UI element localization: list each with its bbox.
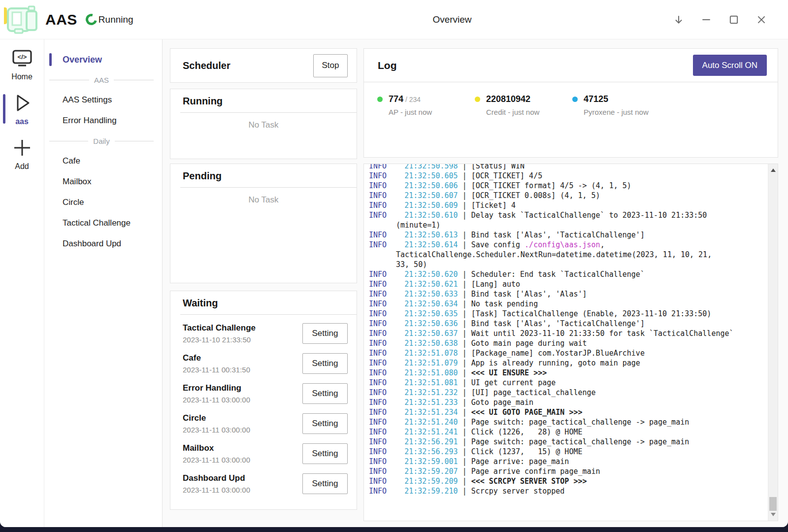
waiting-task-next-run: 2023-11-11 03:00:00 [183, 396, 302, 404]
waiting-card: Waiting Tactical Challenge 2023-11-10 21… [170, 291, 357, 510]
divider-line [49, 80, 89, 80]
running-card: Running No Task [170, 89, 357, 159]
sidebar-item-label: Dashboard Upd [63, 239, 121, 248]
download-arrow-icon [673, 14, 684, 25]
minimize-button[interactable] [692, 0, 720, 39]
log-line: INFO 21:32:51.078 | [Package_name] com.Y… [369, 348, 765, 358]
log-line: INFO 21:32:51.233 | Goto page_main [369, 398, 765, 407]
task-setting-button[interactable]: Setting [302, 443, 348, 464]
close-button[interactable] [748, 0, 775, 39]
resource-stat: 220810942 Credit - just now [475, 94, 572, 116]
log-line: INFO 21:32:50.621 | [Lang] auto [369, 279, 765, 289]
waiting-task-dashboard-upd: Dashboard Upd 2023-11-11 03:00:00 Settin… [170, 468, 357, 499]
auto-scroll-toggle[interactable]: Auto Scroll ON [693, 55, 767, 76]
log-line: INFO 21:32:50.614 | Save config ./config… [369, 240, 765, 269]
waiting-task-name: Circle [183, 413, 302, 423]
log-text-area[interactable]: INFO 21:32:50.598 | [Status] WININFO 21:… [364, 164, 768, 521]
sidebar-item-dashboard-upd[interactable]: Dashboard Upd [44, 233, 162, 254]
stat-color-dot-icon [377, 97, 383, 102]
stat-label: AP - just now [389, 108, 432, 116]
scrollbar-thumb[interactable] [769, 497, 777, 511]
log-line: INFO 21:32:50.633 | Bind task ['Alas', '… [369, 289, 765, 299]
log-line: INFO 21:32:50.637 | Wait until 2023-11-1… [369, 329, 765, 338]
waiting-task-next-run: 2023-11-11 03:00:00 [183, 486, 302, 494]
log-line: INFO 21:32:51.234 | <<< UI GOTO PAGE_MAI… [369, 407, 765, 417]
sidebar-item-circle[interactable]: Circle [44, 192, 162, 213]
log-line: INFO 21:32:50.606 | [OCR_TICKET format] … [369, 181, 765, 191]
log-line: INFO 21:32:59.209 | <<< SCRCPY SERVER ST… [369, 476, 765, 486]
waiting-task-list: Tactical Challenge 2023-11-10 21:33:50 S… [170, 315, 357, 499]
sidebar-item-overview[interactable]: Overview [44, 49, 162, 70]
waiting-task-next-run: 2023-11-11 03:00:00 [183, 426, 302, 434]
sidebar: Overview AAS AAS Settings Error Handling… [44, 39, 163, 527]
sidebar-item-cafe[interactable]: Cafe [44, 151, 162, 171]
sidebar-item-error-handling[interactable]: Error Handling [44, 110, 162, 131]
log-line: INFO 21:32:50.613 | Bind task ['Alas', '… [369, 230, 765, 240]
sidebar-item-label: Mailbox [63, 177, 92, 186]
rail-item-home[interactable]: </> Home [0, 49, 44, 81]
svg-text:</>: </> [17, 53, 27, 61]
waiting-title: Waiting [183, 298, 218, 308]
log-line: INFO 21:32:51.081 | UI get current page [369, 378, 765, 388]
stat-label: Credit - just now [486, 108, 539, 116]
sidebar-section-label: Daily [93, 137, 109, 145]
resource-stats-row: 774 / 234 AP - just now 220810942 Credit… [364, 82, 778, 116]
task-setting-button[interactable]: Setting [302, 383, 348, 404]
close-icon [756, 14, 767, 25]
log-line: INFO 21:32:59.210 | Scrcpy server stoppe… [369, 486, 765, 496]
task-setting-button[interactable]: Setting [302, 323, 348, 344]
pending-card: Pending No Task [170, 164, 357, 283]
stat-suffix: / 234 [403, 96, 421, 103]
scrollbar-down-arrow-icon[interactable] [771, 513, 776, 516]
sidebar-item-label: Tactical Challenge [63, 218, 131, 228]
log-line: INFO 21:32:51.232 | [UI] page_tactical_c… [369, 388, 765, 398]
log-lines: INFO 21:32:50.598 | [Status] WININFO 21:… [369, 164, 765, 496]
log-line: INFO 21:32:50.620 | Scheduler: End task … [369, 269, 765, 279]
sidebar-item-aas-settings[interactable]: AAS Settings [44, 90, 162, 110]
sidebar-item-label: Circle [63, 198, 84, 207]
sidebar-item-label: Cafe [63, 156, 80, 166]
running-title: Running [183, 96, 223, 106]
divider-line [115, 141, 154, 141]
log-line: INFO 21:32:51.240 | Page switch: page_ta… [369, 417, 765, 427]
task-setting-button[interactable]: Setting [302, 473, 348, 494]
sidebar-section-divider: Daily [49, 134, 154, 148]
rail: </> Home aas Add [0, 39, 44, 527]
stat-value: 47125 [584, 94, 608, 104]
plus-icon [12, 138, 32, 158]
waiting-task-tactical-challenge: Tactical Challenge 2023-11-10 21:33:50 S… [170, 318, 357, 348]
waiting-task-cafe: Cafe 2023-11-11 00:31:50 Setting [170, 348, 357, 378]
log-card: Log Auto Scroll ON 774 / 234 AP - just n… [363, 48, 778, 158]
log-line: INFO 21:32:50.636 | Bind task ['Alas', '… [369, 319, 765, 329]
waiting-task-next-run: 2023-11-10 21:33:50 [183, 335, 302, 344]
scheduler-stop-button[interactable]: Stop [313, 54, 348, 77]
log-line: INFO 21:32:56.291 | Page switch: page_ta… [369, 437, 765, 447]
maximize-button[interactable] [720, 0, 748, 39]
rail-item-add[interactable]: Add [0, 138, 44, 171]
divider-line [49, 141, 88, 141]
scrollbar-up-arrow-icon[interactable] [771, 168, 776, 172]
rail-item-aas[interactable]: aas [0, 93, 44, 126]
log-line: INFO 21:32:50.598 | [Status] WIN [369, 164, 765, 171]
code-monitor-icon: </> [12, 49, 33, 68]
sidebar-item-tactical-challenge[interactable]: Tactical Challenge [44, 213, 162, 233]
log-line: INFO 21:32:50.605 | [OCR_TICKET] 4/5 [369, 171, 765, 181]
task-setting-button[interactable]: Setting [302, 353, 348, 374]
log-line: INFO 21:32:50.634 | No task pending [369, 299, 765, 309]
waiting-task-mailbox: Mailbox 2023-11-11 03:00:00 Setting [170, 438, 357, 468]
resource-stat: 47125 Pyroxene - just now [572, 94, 670, 116]
stat-value: 774 [389, 94, 403, 104]
task-setting-button[interactable]: Setting [302, 413, 348, 434]
rail-item-label: Home [11, 72, 33, 81]
sidebar-item-mailbox[interactable]: Mailbox [44, 171, 162, 192]
divider-line [114, 80, 154, 80]
log-scrollbar[interactable] [768, 164, 778, 521]
rail-item-label: Add [15, 162, 29, 171]
log-line: INFO 21:32:56.293 | Click (1237, 15) @ H… [369, 447, 765, 457]
scheduler-status: Running [98, 14, 133, 25]
waiting-task-name: Mailbox [183, 443, 302, 453]
log-line: INFO 21:32:50.607 | [OCR_TICKET 0.008s] … [369, 191, 765, 200]
stat-color-dot-icon [475, 97, 480, 102]
update-download-button[interactable] [665, 0, 692, 39]
app-name: AAS [45, 11, 77, 28]
